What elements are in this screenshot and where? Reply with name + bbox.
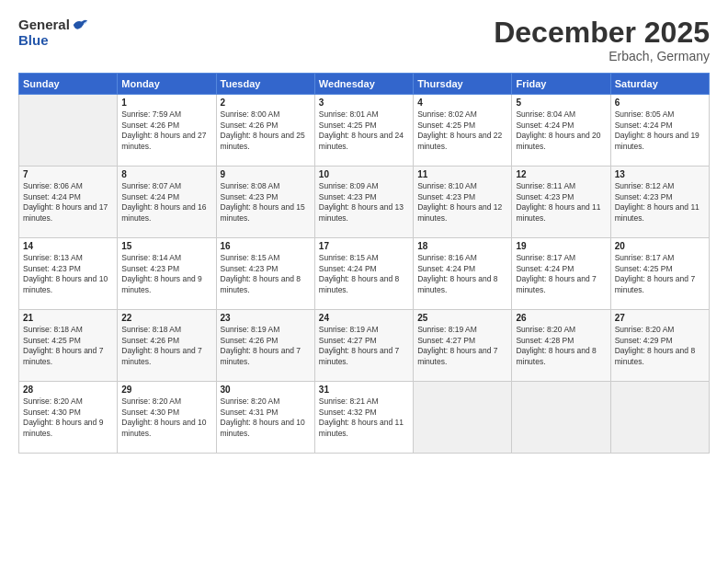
cell-content: Sunrise: 8:21 AMSunset: 4:32 PMDaylight:… bbox=[319, 396, 404, 437]
calendar-cell: 27 Sunrise: 8:20 AMSunset: 4:29 PMDaylig… bbox=[610, 310, 709, 382]
day-number: 29 bbox=[121, 385, 211, 395]
cell-content: Sunrise: 8:18 AMSunset: 4:25 PMDaylight:… bbox=[23, 325, 103, 365]
day-number: 2 bbox=[221, 98, 311, 108]
logo-bird-icon bbox=[72, 17, 88, 32]
calendar-cell: 16 Sunrise: 8:15 AMSunset: 4:23 PMDaylig… bbox=[216, 238, 314, 310]
day-number: 23 bbox=[221, 313, 311, 323]
calendar-cell: 25 Sunrise: 8:19 AMSunset: 4:27 PMDaylig… bbox=[414, 310, 512, 382]
calendar-cell bbox=[610, 382, 709, 454]
cell-content: Sunrise: 8:20 AMSunset: 4:28 PMDaylight:… bbox=[516, 325, 596, 365]
title-area: December 2025 Erbach, Germany bbox=[494, 17, 710, 63]
cell-content: Sunrise: 8:07 AMSunset: 4:24 PMDaylight:… bbox=[121, 181, 206, 222]
day-number: 1 bbox=[121, 98, 211, 108]
calendar-week-2: 14 Sunrise: 8:13 AMSunset: 4:23 PMDaylig… bbox=[19, 238, 710, 310]
cell-content: Sunrise: 8:12 AMSunset: 4:23 PMDaylight:… bbox=[615, 181, 700, 222]
day-number: 8 bbox=[121, 169, 211, 179]
calendar-cell: 20 Sunrise: 8:17 AMSunset: 4:25 PMDaylig… bbox=[610, 238, 709, 310]
day-number: 9 bbox=[221, 169, 311, 179]
cell-content: Sunrise: 8:10 AMSunset: 4:23 PMDaylight:… bbox=[417, 181, 502, 222]
calendar-cell bbox=[512, 382, 610, 454]
cell-content: Sunrise: 8:09 AMSunset: 4:23 PMDaylight:… bbox=[319, 181, 404, 222]
location-subtitle: Erbach, Germany bbox=[494, 49, 710, 63]
header-row: Sunday Monday Tuesday Wednesday Thursday… bbox=[19, 74, 710, 95]
cell-content: Sunrise: 8:15 AMSunset: 4:23 PMDaylight:… bbox=[221, 253, 301, 293]
calendar-cell: 6 Sunrise: 8:05 AMSunset: 4:24 PMDayligh… bbox=[610, 95, 709, 167]
cell-content: Sunrise: 8:08 AMSunset: 4:23 PMDaylight:… bbox=[221, 181, 305, 222]
calendar-cell: 17 Sunrise: 8:15 AMSunset: 4:24 PMDaylig… bbox=[314, 238, 413, 310]
day-number: 17 bbox=[319, 241, 409, 251]
calendar-cell: 31 Sunrise: 8:21 AMSunset: 4:32 PMDaylig… bbox=[314, 382, 413, 454]
day-number: 10 bbox=[319, 169, 409, 179]
cell-content: Sunrise: 8:18 AMSunset: 4:26 PMDaylight:… bbox=[121, 325, 201, 365]
cell-content: Sunrise: 8:14 AMSunset: 4:23 PMDaylight:… bbox=[121, 253, 201, 293]
day-number: 21 bbox=[23, 313, 113, 323]
cell-content: Sunrise: 8:20 AMSunset: 4:31 PMDaylight:… bbox=[221, 396, 305, 437]
calendar-cell: 15 Sunrise: 8:14 AMSunset: 4:23 PMDaylig… bbox=[118, 238, 216, 310]
calendar-week-0: 1 Sunrise: 7:59 AMSunset: 4:26 PMDayligh… bbox=[19, 95, 710, 167]
logo: General Blue bbox=[18, 17, 88, 48]
cell-content: Sunrise: 8:11 AMSunset: 4:23 PMDaylight:… bbox=[516, 181, 600, 222]
cell-content: Sunrise: 8:00 AMSunset: 4:26 PMDaylight:… bbox=[221, 109, 305, 150]
cell-content: Sunrise: 8:02 AMSunset: 4:25 PMDaylight:… bbox=[417, 109, 502, 150]
cell-content: Sunrise: 8:04 AMSunset: 4:24 PMDaylight:… bbox=[516, 109, 600, 150]
logo-general-text: General bbox=[18, 17, 70, 32]
calendar-cell bbox=[414, 382, 512, 454]
header-friday: Friday bbox=[512, 74, 610, 95]
cell-content: Sunrise: 8:16 AMSunset: 4:24 PMDaylight:… bbox=[417, 253, 497, 293]
calendar-cell: 11 Sunrise: 8:10 AMSunset: 4:23 PMDaylig… bbox=[414, 167, 512, 238]
cell-content: Sunrise: 8:17 AMSunset: 4:24 PMDaylight:… bbox=[516, 253, 596, 293]
calendar-cell: 24 Sunrise: 8:19 AMSunset: 4:27 PMDaylig… bbox=[314, 310, 413, 382]
day-number: 16 bbox=[221, 241, 311, 251]
day-number: 30 bbox=[221, 385, 311, 395]
cell-content: Sunrise: 8:19 AMSunset: 4:27 PMDaylight:… bbox=[417, 325, 497, 365]
day-number: 19 bbox=[516, 241, 606, 251]
header-monday: Monday bbox=[118, 74, 216, 95]
cell-content: Sunrise: 8:20 AMSunset: 4:30 PMDaylight:… bbox=[23, 396, 103, 437]
day-number: 4 bbox=[417, 98, 507, 108]
day-number: 6 bbox=[615, 98, 705, 108]
day-number: 14 bbox=[23, 241, 113, 251]
header-tuesday: Tuesday bbox=[216, 74, 314, 95]
calendar-table: Sunday Monday Tuesday Wednesday Thursday… bbox=[18, 73, 710, 454]
day-number: 31 bbox=[319, 385, 409, 395]
calendar-cell: 1 Sunrise: 7:59 AMSunset: 4:26 PMDayligh… bbox=[118, 95, 216, 167]
calendar-week-4: 28 Sunrise: 8:20 AMSunset: 4:30 PMDaylig… bbox=[19, 382, 710, 454]
calendar-cell: 30 Sunrise: 8:20 AMSunset: 4:31 PMDaylig… bbox=[216, 382, 314, 454]
logo-blue-text: Blue bbox=[18, 32, 49, 48]
calendar-cell: 7 Sunrise: 8:06 AMSunset: 4:24 PMDayligh… bbox=[19, 167, 118, 238]
day-number: 24 bbox=[319, 313, 409, 323]
calendar-cell: 10 Sunrise: 8:09 AMSunset: 4:23 PMDaylig… bbox=[314, 167, 413, 238]
calendar-cell: 23 Sunrise: 8:19 AMSunset: 4:26 PMDaylig… bbox=[216, 310, 314, 382]
day-number: 11 bbox=[417, 169, 507, 179]
cell-content: Sunrise: 8:01 AMSunset: 4:25 PMDaylight:… bbox=[319, 109, 404, 150]
cell-content: Sunrise: 8:13 AMSunset: 4:23 PMDaylight:… bbox=[23, 253, 108, 293]
page-header: General Blue December 2025 Erbach, Germa… bbox=[18, 17, 710, 63]
cell-content: Sunrise: 8:05 AMSunset: 4:24 PMDaylight:… bbox=[615, 109, 700, 150]
cell-content: Sunrise: 8:19 AMSunset: 4:27 PMDaylight:… bbox=[319, 325, 399, 365]
header-sunday: Sunday bbox=[19, 74, 118, 95]
calendar-cell: 22 Sunrise: 8:18 AMSunset: 4:26 PMDaylig… bbox=[118, 310, 216, 382]
calendar-cell: 8 Sunrise: 8:07 AMSunset: 4:24 PMDayligh… bbox=[118, 167, 216, 238]
calendar-cell bbox=[19, 95, 118, 167]
calendar-cell: 5 Sunrise: 8:04 AMSunset: 4:24 PMDayligh… bbox=[512, 95, 610, 167]
header-thursday: Thursday bbox=[414, 74, 512, 95]
day-number: 5 bbox=[516, 98, 606, 108]
day-number: 25 bbox=[417, 313, 507, 323]
day-number: 22 bbox=[121, 313, 211, 323]
cell-content: Sunrise: 8:15 AMSunset: 4:24 PMDaylight:… bbox=[319, 253, 399, 293]
day-number: 26 bbox=[516, 313, 606, 323]
day-number: 18 bbox=[417, 241, 507, 251]
day-number: 13 bbox=[615, 169, 705, 179]
cell-content: Sunrise: 8:17 AMSunset: 4:25 PMDaylight:… bbox=[615, 253, 695, 293]
calendar-cell: 28 Sunrise: 8:20 AMSunset: 4:30 PMDaylig… bbox=[19, 382, 118, 454]
calendar-cell: 3 Sunrise: 8:01 AMSunset: 4:25 PMDayligh… bbox=[314, 95, 413, 167]
cell-content: Sunrise: 8:20 AMSunset: 4:30 PMDaylight:… bbox=[121, 396, 206, 437]
day-number: 15 bbox=[121, 241, 211, 251]
header-wednesday: Wednesday bbox=[314, 74, 413, 95]
calendar-cell: 19 Sunrise: 8:17 AMSunset: 4:24 PMDaylig… bbox=[512, 238, 610, 310]
day-number: 3 bbox=[319, 98, 409, 108]
day-number: 27 bbox=[615, 313, 705, 323]
cell-content: Sunrise: 8:19 AMSunset: 4:26 PMDaylight:… bbox=[221, 325, 301, 365]
cell-content: Sunrise: 7:59 AMSunset: 4:26 PMDaylight:… bbox=[121, 109, 206, 150]
calendar-cell: 9 Sunrise: 8:08 AMSunset: 4:23 PMDayligh… bbox=[216, 167, 314, 238]
